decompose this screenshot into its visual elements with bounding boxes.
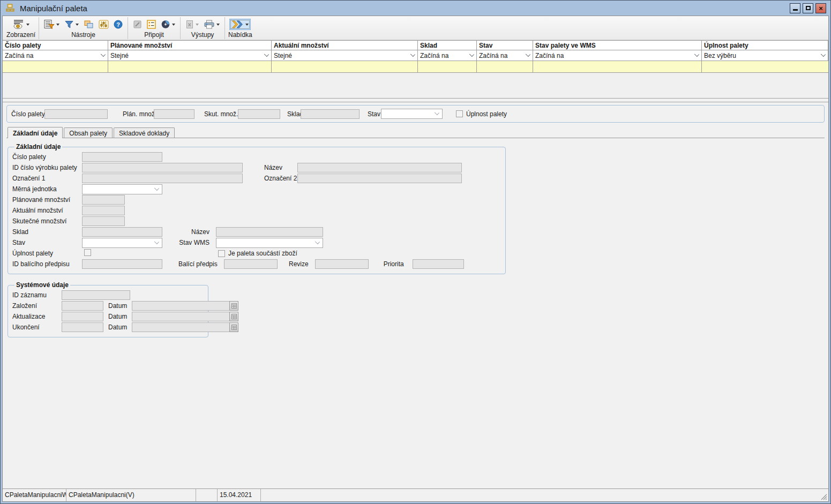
zalozeni-datum-field [132,301,194,311]
field-label: Priorita [369,260,413,268]
toolbar-group-label: Výstupy [184,31,221,39]
tab-skladove-doklady[interactable]: Skladové doklady [114,127,175,138]
je-paleta-soucasti-zbozi-checkbox[interactable] [218,250,225,257]
toolbar-group-view: Zobrazení [4,17,38,40]
data-source-button[interactable] [159,19,177,30]
tab-zakladni-udaje[interactable]: Základní údaje [8,127,63,138]
filter-operator-select[interactable]: Stejné [272,50,418,61]
oznaceni-2-field [297,174,462,183]
toolbar-group-label: Připojit [131,31,177,39]
column-header[interactable]: Plánované množství [108,41,272,50]
dropdown-arrow-icon [26,24,29,26]
nazev-vyrobku-field [297,163,462,172]
calendar-button[interactable] [229,322,238,332]
aktualizace-user-field [62,312,103,321]
filter-value-input[interactable] [108,61,271,72]
export-button-disabled [184,19,200,30]
dropdown-arrow-icon [196,24,199,26]
column-header[interactable]: Stav palety ve WMS [533,41,702,50]
filter-value-input[interactable] [272,61,417,72]
filter-value-input[interactable] [477,61,533,72]
view-menu-button[interactable] [11,18,31,31]
close-icon: × [819,5,823,12]
minimize-button[interactable] [790,3,800,13]
field-label: Stav WMS [178,239,216,246]
window-title: Manipulační paleta [20,4,87,13]
svg-text:?: ? [116,21,120,28]
field-label: Balící předpis [178,260,224,268]
column-header[interactable]: Úplnost palety [702,41,828,50]
uplnost-palety-checkbox[interactable] [84,249,91,256]
copy-records-icon [84,20,94,29]
properties-button[interactable] [97,19,110,30]
chevron-down-icon [694,52,699,57]
chevron-down-icon [154,185,159,190]
stav-combo[interactable] [82,238,162,248]
maximize-icon [806,6,811,10]
toolbar-group-menu: Nabídka [226,17,255,40]
toolbar-separator [180,17,181,39]
field-label: Označení 2 [264,175,297,182]
skut-mnoz-quick-field [238,109,280,119]
toolbar-group-label: Zobrazení [6,31,35,39]
help-icon: ? [114,20,123,29]
cislo-palety-field [82,152,162,162]
balici-predpis-field [224,259,278,269]
dropdown-arrow-icon [56,24,59,26]
calendar-button[interactable] [229,312,238,321]
filter-operator-select[interactable]: Bez výběru [702,50,828,61]
filter-operator-select[interactable]: Začíná na [418,50,477,61]
filter-value-input[interactable] [3,61,108,72]
dropdown-arrow-icon [245,24,249,26]
status-cell-empty [261,489,828,501]
group-zakladni-udaje: Základní údaje Číslo palety ID číslo výr… [8,143,506,274]
field-label: Je paleta součástí zboží [228,250,297,257]
window-controls: × [790,3,826,13]
data-disc-icon [161,20,170,29]
tab-panel: Základní údaje Číslo palety ID číslo výr… [6,138,825,488]
field-label: Název [178,228,216,236]
pane-splitter[interactable] [3,98,828,102]
export-icon [185,20,194,29]
column-header[interactable]: Sklad [418,41,477,50]
filter-value-input[interactable] [533,61,701,72]
stav-wms-combo[interactable] [216,238,323,248]
filter-operator-select[interactable]: Začíná na [533,50,702,61]
column-header[interactable]: Číslo palety [3,41,108,50]
duplicate-button[interactable] [82,19,95,30]
field-label: Označení 1 [12,175,82,182]
status-cell-date: 15.04.2021 [218,489,261,501]
filter-value-input[interactable] [418,61,476,72]
column-header[interactable]: Stav [477,41,533,50]
field-label: Aktualizace [12,313,62,320]
filter-operator-select[interactable]: Stejné [108,50,272,61]
merna-jednotka-combo[interactable] [82,184,162,194]
uplnost-palety-quick-checkbox[interactable] [456,110,463,117]
resize-grip-icon[interactable] [820,493,827,500]
toolbar-group-label: Nástroje [42,31,124,39]
print-button[interactable] [202,19,221,30]
maximize-button[interactable] [803,3,813,13]
field-label: Číslo palety [11,110,44,118]
grid-filter-row: Začíná na Stejné Stejné Začíná na Začíná… [3,50,828,61]
filter-button[interactable] [63,19,80,30]
tab-obsah-palety[interactable]: Obsah palety [64,127,113,138]
toolbar-separator [224,17,225,39]
column-header[interactable]: Aktuální množství [272,41,418,50]
aktualni-mnozstvi-field [82,206,125,215]
filter-operator-select[interactable]: Začíná na [3,50,108,61]
filter-operator-select[interactable]: Začíná na [477,50,533,61]
calendar-button[interactable] [229,301,238,311]
help-button[interactable]: ? [112,19,124,30]
menu-toggle-button[interactable] [229,19,251,30]
close-button[interactable]: × [815,3,826,13]
calendar-icon [231,303,237,309]
checklist-button[interactable] [145,19,158,30]
filter-value-input[interactable] [702,61,828,72]
table-filter-button[interactable] [42,18,61,31]
dropdown-arrow-icon [216,24,220,26]
status-cell-wrapper-class: CPaletaManipulacniWrap [3,489,66,501]
field-label: Úplnost palety [466,110,507,118]
stav-quick-combo[interactable] [381,109,443,119]
chevron-down-icon [101,52,106,57]
